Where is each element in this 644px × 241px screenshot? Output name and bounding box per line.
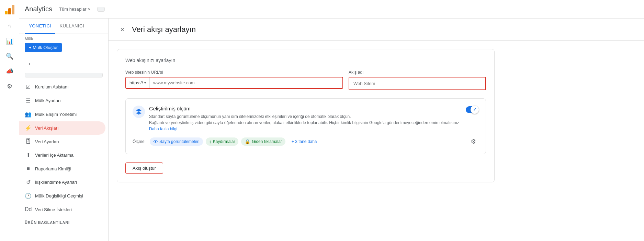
- data-streams-icon: ⚡: [25, 125, 32, 131]
- back-button[interactable]: ‹: [25, 59, 34, 69]
- attribution-label: İlişkilendirme Ayarları: [35, 180, 77, 185]
- measurement-settings-button[interactable]: ⚙: [468, 136, 479, 147]
- enhanced-sub-desc: Bağlantı ve yerleştirilmiş video gibi sa…: [149, 120, 459, 125]
- sidebar-item-attribution[interactable]: ↺ İlişkilendirme Ayarları: [19, 176, 105, 189]
- outbound-clicks-icon: 🔒: [245, 139, 250, 144]
- stream-name-input[interactable]: [349, 77, 485, 89]
- product-links-label: ÜRÜN BAĞLANTILARI: [19, 216, 108, 226]
- toggle-thumb: [471, 106, 479, 114]
- content-panel: × Veri akışı ayarlayın Web akışınızı aya…: [109, 19, 644, 241]
- create-stream-button[interactable]: Akış oluştur: [125, 162, 163, 174]
- enhanced-title: Geliştirilmiş ölçüm: [149, 106, 465, 111]
- enhanced-learn-more-link[interactable]: Daha fazla bilgi: [149, 126, 177, 131]
- main-area: YÖNETİCİ KULLANICI Mülk + Mülk Oluştur ‹…: [19, 19, 644, 241]
- admin-tabs: YÖNETİCİ KULLANICI: [19, 19, 108, 34]
- account-selector[interactable]: [97, 7, 105, 12]
- chevron-down-icon: ▾: [144, 81, 146, 85]
- property-settings-icon: ☰: [25, 97, 32, 104]
- url-input[interactable]: [150, 77, 342, 88]
- nav-advertising[interactable]: 📣: [3, 64, 16, 78]
- page-views-label: Sayfa görüntülemeleri: [159, 139, 200, 144]
- change-history-icon: 🕐: [25, 193, 32, 199]
- enhanced-description: Standart sayfa görüntüleme ölçümünün yan…: [149, 113, 465, 132]
- tag-page-views[interactable]: 👁 Sayfa görüntülemeleri: [150, 137, 203, 146]
- stream-name-group: Akış adı: [349, 70, 486, 90]
- create-property-button[interactable]: + Mülk Oluştur: [25, 43, 62, 52]
- close-icon: ×: [120, 26, 124, 34]
- enhanced-measurement-section: Geliştirilmiş ölçüm Standart sayfa görün…: [125, 98, 486, 154]
- delete-requests-icon: Dd: [25, 206, 32, 213]
- scrolls-label: Kaydırmalar: [213, 139, 235, 144]
- ga-logo: [3, 3, 16, 16]
- page-views-icon: 👁: [153, 139, 158, 144]
- sidebar-item-change-history[interactable]: 🕐 Mülk Değişikliği Geçmişi: [19, 189, 105, 203]
- sidebar-item-property-access[interactable]: 👥 Mülk Erişim Yönetimi: [19, 108, 105, 121]
- property-search-box[interactable]: [25, 73, 103, 77]
- nav-explore[interactable]: 🔍: [3, 49, 16, 63]
- property-label: Mülk: [25, 37, 103, 41]
- property-settings-label: Mülk Ayarları: [35, 98, 61, 103]
- tag-more[interactable]: + 3 tane daha: [288, 138, 320, 145]
- sidebar-item-data-import[interactable]: ⬆ Verileri İçe Aktarma: [19, 148, 105, 162]
- url-input-wrapper: https:// ▾: [125, 77, 343, 89]
- url-field-group: Web sitesinin URL'si https:// ▾: [125, 70, 343, 89]
- attribution-icon: ↺: [25, 179, 32, 185]
- property-section: Mülk + Mülk Oluştur: [19, 34, 108, 55]
- setup-wizard-label: Kurulum Asistanı: [35, 84, 69, 89]
- nav-configure[interactable]: ⚙: [3, 80, 16, 93]
- sidebar-item-data-streams[interactable]: ⚡ Veri Akışları: [19, 121, 105, 135]
- nav-home[interactable]: ⌂: [3, 19, 16, 33]
- delete-requests-label: Veri Silme İstekleri: [35, 207, 72, 212]
- setup-wizard-icon: ☑: [25, 84, 32, 90]
- change-history-label: Mülk Değişikliği Geçmişi: [35, 193, 83, 198]
- data-settings-icon: 🗄: [25, 138, 32, 145]
- app-title: Analytics: [25, 5, 52, 13]
- breadcrumb-text: Tüm hesaplar >: [59, 7, 90, 12]
- tab-user[interactable]: KULLANICI: [55, 19, 88, 34]
- protocol-select[interactable]: https:// ▾: [126, 77, 150, 88]
- breadcrumb: Tüm hesaplar >: [58, 4, 110, 14]
- tag-scrolls[interactable]: ↕ Kaydırmalar: [206, 137, 239, 146]
- measurement-label: Ölçme:: [133, 139, 146, 144]
- data-import-icon: ⬆: [25, 152, 32, 158]
- tab-admin[interactable]: YÖNETİCİ: [25, 19, 55, 34]
- sidebar-item-data-settings[interactable]: 🗄 Veri Ayarları: [19, 135, 105, 148]
- enhanced-header: Geliştirilmiş ölçüm Standart sayfa görün…: [133, 106, 479, 132]
- scrolls-icon: ↕: [209, 139, 212, 144]
- property-access-icon: 👥: [25, 111, 32, 118]
- modal-title: Veri akışı ayarlayın: [132, 25, 196, 34]
- protocol-text: https://: [129, 80, 143, 85]
- reporting-id-icon: ≡: [25, 166, 32, 172]
- sidebar-item-property-settings[interactable]: ☰ Mülk Ayarları: [19, 94, 105, 107]
- modal-close-button[interactable]: ×: [117, 24, 128, 35]
- property-access-label: Mülk Erişim Yönetimi: [35, 112, 77, 117]
- admin-sidebar: YÖNETİCİ KULLANICI Mülk + Mülk Oluştur ‹…: [19, 19, 109, 241]
- modal-header: × Veri akışı ayarlayın: [109, 19, 644, 41]
- nav-reports[interactable]: 📊: [3, 34, 16, 48]
- outbound-clicks-label: Giden tıklamalar: [252, 139, 282, 144]
- enhanced-icon: [133, 106, 145, 118]
- card-title: Web akışınızı ayarlayın: [125, 58, 486, 63]
- enhanced-text-area: Geliştirilmiş ölçüm Standart sayfa görün…: [149, 106, 465, 132]
- sidebar-item-setup-wizard[interactable]: ☑ Kurulum Asistanı: [19, 80, 105, 94]
- form-card: Web akışınızı ayarlayın Web sitesinin UR…: [117, 49, 495, 182]
- url-field-label: Web sitesinin URL'si: [125, 70, 343, 75]
- tag-outbound-clicks[interactable]: 🔒 Giden tıklamalar: [241, 137, 285, 146]
- top-bar: Analytics Tüm hesaplar >: [19, 0, 644, 19]
- sidebar-item-delete-requests[interactable]: Dd Veri Silme İstekleri: [19, 203, 105, 216]
- data-settings-label: Veri Ayarları: [35, 139, 59, 144]
- icon-sidebar: ⌂ 📊 🔍 📣 ⚙: [0, 0, 19, 241]
- name-input-wrapper: [349, 77, 486, 90]
- enhanced-toggle[interactable]: [465, 106, 479, 114]
- reporting-id-label: Raporlama Kimliği: [35, 166, 71, 171]
- data-streams-label: Veri Akışları: [35, 125, 59, 131]
- stream-name-label: Akış adı: [349, 70, 486, 75]
- enhanced-header-left: Geliştirilmiş ölçüm Standart sayfa görün…: [133, 106, 465, 132]
- sidebar-section-header: ‹: [19, 55, 109, 70]
- sidebar-item-reporting-id[interactable]: ≡ Raporlama Kimliği: [19, 162, 105, 175]
- modal-body: Web akışınızı ayarlayın Web sitesinin UR…: [109, 41, 644, 241]
- modal-overlay: × Veri akışı ayarlayın Web akışınızı aya…: [109, 19, 644, 241]
- data-import-label: Verileri İçe Aktarma: [35, 153, 74, 158]
- measurement-tags-row: Ölçme: 👁 Sayfa görüntülemeleri ↕ Kaydırm…: [133, 136, 479, 147]
- url-row: Web sitesinin URL'si https:// ▾: [125, 70, 486, 90]
